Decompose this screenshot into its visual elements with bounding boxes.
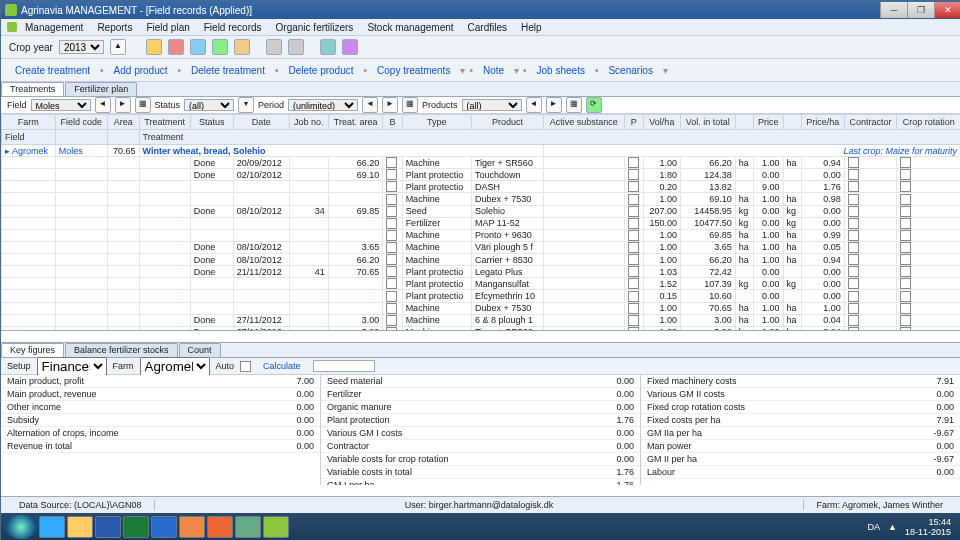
checkbox[interactable]: [848, 327, 859, 331]
checkbox[interactable]: [386, 315, 397, 326]
checkbox[interactable]: [628, 157, 639, 168]
period-prev-button[interactable]: ◄: [362, 97, 378, 113]
grid-header[interactable]: [735, 115, 753, 130]
grid-header[interactable]: Price/ha: [801, 115, 844, 130]
checkbox[interactable]: [386, 206, 397, 217]
checkbox[interactable]: [628, 315, 639, 326]
note-link[interactable]: Note: [477, 65, 510, 76]
grid-header[interactable]: Type: [402, 115, 471, 130]
toolbar-icon-7[interactable]: [288, 39, 304, 55]
taskbar-excel-icon[interactable]: [123, 516, 149, 538]
checkbox[interactable]: [386, 169, 397, 180]
checkbox[interactable]: [628, 278, 639, 289]
start-button[interactable]: [5, 515, 37, 539]
checkbox[interactable]: [900, 194, 911, 205]
setup-select[interactable]: Finances: [37, 357, 107, 376]
checkbox[interactable]: [848, 157, 859, 168]
delete-treatment-link[interactable]: Delete treatment: [185, 65, 271, 76]
toolbar-icon-5[interactable]: [234, 39, 250, 55]
grid-header[interactable]: Field code: [55, 115, 107, 130]
grid-header[interactable]: Crop rotation: [897, 115, 960, 130]
checkbox[interactable]: [628, 291, 639, 302]
toolbar-icon-4[interactable]: [212, 39, 228, 55]
taskbar-agrinavia-icon[interactable]: [263, 516, 289, 538]
toolbar-icon-2[interactable]: [168, 39, 184, 55]
menu-reports[interactable]: Reports: [91, 21, 138, 34]
checkbox[interactable]: [628, 230, 639, 241]
grid-header[interactable]: Treat. area: [328, 115, 382, 130]
checkbox[interactable]: [386, 291, 397, 302]
checkbox[interactable]: [386, 242, 397, 253]
grid-header[interactable]: Area: [107, 115, 139, 130]
checkbox[interactable]: [628, 303, 639, 314]
toolbar-icon-3[interactable]: [190, 39, 206, 55]
menu-help[interactable]: Help: [515, 21, 548, 34]
checkbox[interactable]: [900, 169, 911, 180]
close-button[interactable]: ✕: [934, 2, 960, 18]
grid-header[interactable]: Active substance: [543, 115, 624, 130]
tab-balance-stocks[interactable]: Balance fertilizer stocks: [65, 343, 178, 357]
taskbar-ie-icon[interactable]: [39, 516, 65, 538]
table-row[interactable]: Done02/10/201269.10Plant protectioTouchd…: [2, 169, 961, 181]
checkbox[interactable]: [900, 218, 911, 229]
checkbox[interactable]: [628, 327, 639, 331]
checkbox[interactable]: [386, 254, 397, 265]
checkbox[interactable]: [900, 327, 911, 331]
tray-flag-icon[interactable]: ▲: [888, 522, 897, 532]
table-row[interactable]: Done27/11/20123.00Machine6 & 8 plough 11…: [2, 314, 961, 326]
checkbox[interactable]: [386, 303, 397, 314]
copy-treatments-link[interactable]: Copy treatments: [371, 65, 456, 76]
table-row[interactable]: MachineDubex + 75301.0069.10ha1.00ha0.98: [2, 193, 961, 205]
menu-management[interactable]: Management: [19, 21, 89, 34]
checkbox[interactable]: [386, 327, 397, 331]
table-row[interactable]: ▸ AgromekMoles70.65Winter wheat, bread, …: [2, 145, 961, 157]
table-row[interactable]: Done08/10/20123.65MachineVäri plough 5 f…: [2, 241, 961, 253]
checkbox[interactable]: [900, 303, 911, 314]
tab-fertilizer[interactable]: Fertilizer plan: [65, 82, 137, 96]
checkbox[interactable]: [848, 194, 859, 205]
table-row[interactable]: Done08/10/201266.20MachineCarrier + 8530…: [2, 254, 961, 266]
checkbox[interactable]: [628, 194, 639, 205]
checkbox[interactable]: [386, 157, 397, 168]
grid-header[interactable]: Vol/ha: [643, 115, 680, 130]
add-product-link[interactable]: Add product: [108, 65, 174, 76]
filter-products-select[interactable]: (all): [462, 99, 522, 111]
products-prev-button[interactable]: ◄: [526, 97, 542, 113]
checkbox[interactable]: [386, 278, 397, 289]
taskbar-word-icon[interactable]: [95, 516, 121, 538]
grid-header[interactable]: Vol. in total: [680, 115, 735, 130]
products-next-button[interactable]: ►: [546, 97, 562, 113]
filter-field-select[interactable]: Moles: [31, 99, 91, 111]
checkbox[interactable]: [900, 254, 911, 265]
menu-field-plan[interactable]: Field plan: [140, 21, 195, 34]
checkbox[interactable]: [848, 303, 859, 314]
toolbar-icon-1[interactable]: [146, 39, 162, 55]
checkbox[interactable]: [900, 242, 911, 253]
checkbox[interactable]: [386, 230, 397, 241]
filter-period-select[interactable]: (unlimited): [288, 99, 358, 111]
table-row[interactable]: Done08/10/20123469.85SeedSolehio207.0014…: [2, 205, 961, 217]
checkbox[interactable]: [848, 169, 859, 180]
checkbox[interactable]: [628, 254, 639, 265]
menu-organic[interactable]: Organic fertilizers: [270, 21, 360, 34]
products-opt-button[interactable]: ▦: [566, 97, 582, 113]
grid-header[interactable]: B: [383, 115, 402, 130]
checkbox[interactable]: [900, 230, 911, 241]
checkbox[interactable]: [848, 291, 859, 302]
checkbox[interactable]: [900, 315, 911, 326]
job-sheets-link[interactable]: Job sheets: [531, 65, 591, 76]
grid-header[interactable]: P: [624, 115, 643, 130]
grid-header[interactable]: Price: [753, 115, 783, 130]
table-row[interactable]: Plant protectioDASH0.2013.829.001.76: [2, 181, 961, 193]
table-row[interactable]: FertilizerMAP 11-52150.0010477.50kg0.00k…: [2, 217, 961, 229]
minimize-button[interactable]: ─: [880, 2, 907, 18]
period-next-button[interactable]: ►: [382, 97, 398, 113]
field-next-button[interactable]: ►: [115, 97, 131, 113]
grid-header[interactable]: [783, 115, 801, 130]
calculate-link[interactable]: Calculate: [257, 361, 307, 371]
field-prev-button[interactable]: ◄: [95, 97, 111, 113]
table-row[interactable]: MachineDubex + 75301.0070.65ha1.00ha1.00: [2, 302, 961, 314]
taskbar-outlook-icon[interactable]: [151, 516, 177, 538]
status-opt-button[interactable]: ▾: [238, 97, 254, 113]
treatments-grid[interactable]: FarmField codeAreaTreatmentStatusDateJob…: [1, 114, 960, 331]
